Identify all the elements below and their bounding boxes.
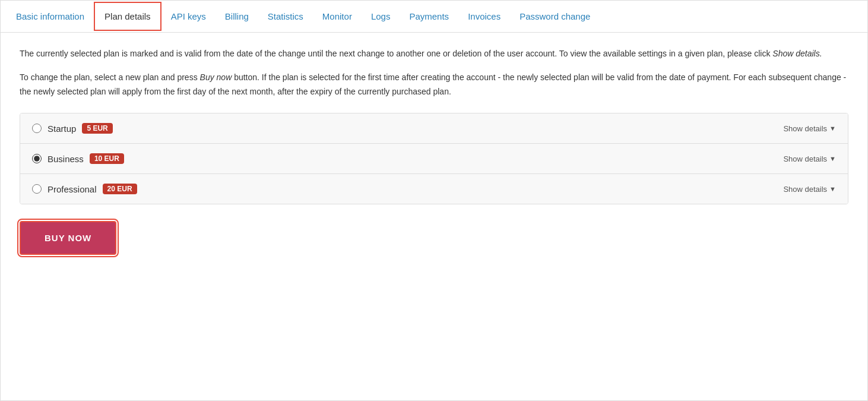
plan-row-professional[interactable]: Professional 20 EUR Show details ▼ [20, 174, 848, 204]
show-details-label-startup: Show details [783, 124, 827, 133]
show-details-business[interactable]: Show details ▼ [783, 154, 836, 163]
plan-radio-startup[interactable] [32, 124, 42, 133]
buy-now-button[interactable]: BUY NOW [20, 221, 116, 255]
plan-left-startup: Startup 5 EUR [32, 123, 113, 134]
show-details-link-1[interactable]: Show details. [772, 49, 822, 58]
show-details-label-professional: Show details [783, 185, 827, 194]
main-content: The currently selected plan is marked an… [1, 33, 867, 269]
plan-left-professional: Professional 20 EUR [32, 184, 137, 194]
chevron-down-icon-startup: ▼ [829, 125, 836, 132]
show-details-label-business: Show details [783, 154, 827, 163]
plan-radio-business[interactable] [32, 154, 42, 163]
description-text-2a: To change the plan, select a new plan an… [20, 72, 200, 82]
tab-password-change[interactable]: Password change [510, 1, 600, 32]
description-paragraph-1: The currently selected plan is marked an… [20, 47, 848, 61]
page-container: Basic information Plan details API keys … [0, 0, 868, 401]
plans-container: Startup 5 EUR Show details ▼ Business 10… [20, 113, 848, 204]
tab-basic-information[interactable]: Basic information [7, 1, 94, 32]
description-paragraph-2: To change the plan, select a new plan an… [20, 71, 848, 99]
plan-row-startup[interactable]: Startup 5 EUR Show details ▼ [20, 113, 848, 144]
tab-statistics[interactable]: Statistics [258, 1, 313, 32]
chevron-down-icon-business: ▼ [829, 155, 836, 162]
plan-price-startup: 5 EUR [82, 123, 112, 134]
chevron-down-icon-professional: ▼ [829, 185, 836, 192]
buy-now-section: BUY NOW [20, 221, 848, 255]
plan-name-business: Business [47, 154, 84, 164]
plan-name-startup: Startup [47, 124, 76, 134]
nav-tabs: Basic information Plan details API keys … [1, 1, 867, 33]
plan-row-business[interactable]: Business 10 EUR Show details ▼ [20, 144, 848, 174]
tab-api-keys[interactable]: API keys [161, 1, 216, 32]
plan-radio-professional[interactable] [32, 184, 42, 194]
plan-name-professional: Professional [47, 184, 97, 194]
show-details-startup[interactable]: Show details ▼ [783, 124, 836, 133]
show-details-professional[interactable]: Show details ▼ [783, 185, 836, 194]
tab-monitor[interactable]: Monitor [313, 1, 362, 32]
tab-plan-details[interactable]: Plan details [94, 2, 161, 31]
tab-payments[interactable]: Payments [400, 1, 458, 32]
tab-invoices[interactable]: Invoices [458, 1, 510, 32]
plan-price-professional: 20 EUR [103, 184, 137, 194]
plan-left-business: Business 10 EUR [32, 153, 124, 164]
tab-logs[interactable]: Logs [362, 1, 400, 32]
plan-price-business: 10 EUR [90, 153, 124, 164]
tab-billing[interactable]: Billing [216, 1, 258, 32]
description-text-1: The currently selected plan is marked an… [20, 49, 772, 58]
buy-now-link[interactable]: Buy now [200, 72, 232, 82]
